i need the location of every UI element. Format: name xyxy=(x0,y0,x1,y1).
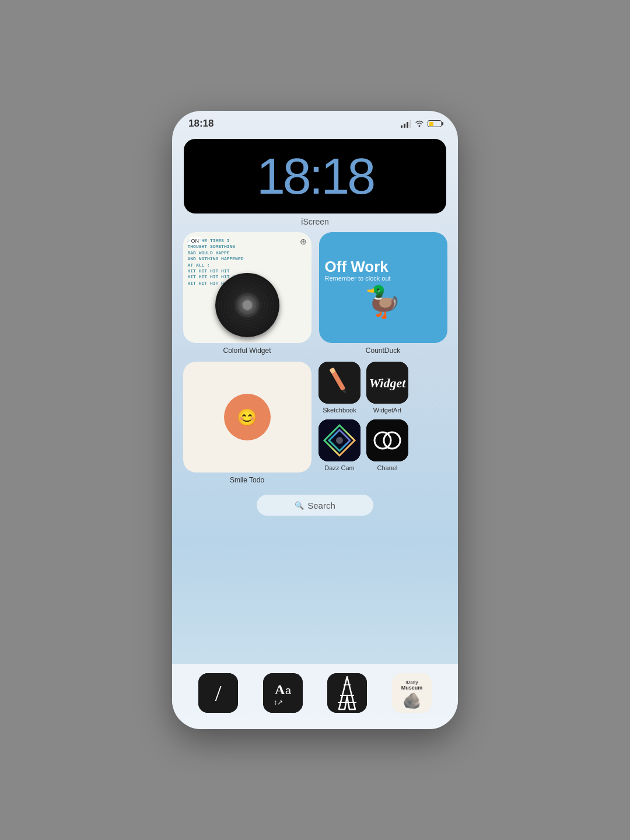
dazzcam-icon[interactable] xyxy=(318,419,360,461)
svg-text:🪨: 🪨 xyxy=(402,691,422,710)
font-app-icon: A a ↕↗ xyxy=(263,673,303,713)
dock-museum-app[interactable]: iDaily Museum 🪨 xyxy=(392,673,432,713)
chanel-icon[interactable] xyxy=(366,419,408,461)
museum-app-icon: iDaily Museum 🪨 xyxy=(392,673,432,713)
app-row-1: ALL THE TIMES ITHOUGHT SOMETHINGBAD WOUL… xyxy=(183,232,447,355)
svg-text:iDaily: iDaily xyxy=(405,680,418,685)
clock-display: 18:18 xyxy=(198,150,432,202)
app-row-2: 😊 Smile Todo xyxy=(183,362,447,484)
signal-icon xyxy=(401,120,411,128)
duck-figure: 🦆 xyxy=(364,286,402,317)
widgetart-app[interactable]: Widget WidgetArt xyxy=(366,362,408,414)
search-container: 🔍 Search xyxy=(172,484,458,516)
clock-widget[interactable]: 18:18 xyxy=(184,139,446,214)
battery-icon xyxy=(428,120,442,127)
svg-rect-8 xyxy=(366,419,408,461)
svg-point-7 xyxy=(336,437,343,444)
vinyl-record xyxy=(215,273,279,337)
svg-text:Widget: Widget xyxy=(369,376,407,390)
clock-widget-label: iScreen xyxy=(172,217,458,226)
smile-todo-app[interactable]: 😊 Smile Todo xyxy=(183,362,312,484)
sketchbook-icon[interactable] xyxy=(318,362,360,404)
smile-todo-label: Smile Todo xyxy=(230,476,264,484)
dock-eiffel-app[interactable] xyxy=(327,673,367,713)
search-bar[interactable]: 🔍 Search xyxy=(257,495,373,516)
dock-font-app[interactable]: A a ↕↗ xyxy=(263,673,303,713)
chanel-app[interactable]: Chanel xyxy=(366,419,408,471)
dazzcam-app[interactable]: Dazz Cam xyxy=(318,419,360,471)
countduck-app[interactable]: Off Work Remember to clock out 🦆 CountDu… xyxy=(318,232,447,355)
phone-frame: 18:18 18:18 iScreen xyxy=(172,111,458,729)
countduck-sub: Remember to clock out xyxy=(325,275,442,282)
countduck-label: CountDuck xyxy=(366,346,400,355)
svg-text:Museum: Museum xyxy=(401,685,422,691)
svg-text:a: a xyxy=(285,685,292,696)
dock-slash-app[interactable]: / xyxy=(198,673,238,713)
svg-text:/: / xyxy=(215,680,222,706)
sketchbook-app[interactable]: Sketchbook xyxy=(318,362,360,414)
widgetart-label: WidgetArt xyxy=(373,407,401,414)
widgetart-icon[interactable]: Widget xyxy=(366,362,408,404)
countduck-title: Off Work xyxy=(325,258,442,275)
sketchbook-label: Sketchbook xyxy=(323,407,356,414)
colorful-widget-icon[interactable]: ALL THE TIMES ITHOUGHT SOMETHINGBAD WOUL… xyxy=(183,232,312,343)
smile-todo-icon[interactable]: 😊 xyxy=(183,362,312,473)
chanel-svg xyxy=(366,419,408,461)
right-col-apps: Sketchbook Widget WidgetArt xyxy=(318,362,447,471)
dazzcam-svg xyxy=(318,419,360,461)
search-label: Search xyxy=(307,501,335,510)
status-bar: 18:18 xyxy=(172,111,458,134)
sketchbook-svg xyxy=(318,362,360,404)
star-icon: ⊕ xyxy=(300,237,307,246)
smile-face: 😊 xyxy=(224,394,271,440)
app-grid: ALL THE TIMES ITHOUGHT SOMETHINGBAD WOUL… xyxy=(172,232,458,484)
eiffel-app-icon xyxy=(327,673,367,713)
svg-text:A: A xyxy=(275,682,285,697)
colorful-widget-app[interactable]: ALL THE TIMES ITHOUGHT SOMETHINGBAD WOUL… xyxy=(183,232,312,355)
widgetart-svg: Widget xyxy=(366,362,408,404)
colorful-widget-label: Colorful Widget xyxy=(223,346,271,355)
slash-app-icon: / xyxy=(198,673,238,713)
countduck-icon[interactable]: Off Work Remember to clock out 🦆 xyxy=(319,232,447,343)
svg-text:↕↗: ↕↗ xyxy=(274,698,283,706)
status-time: 18:18 xyxy=(188,118,214,130)
chanel-label: Chanel xyxy=(377,464,398,471)
on-badge: ON xyxy=(188,237,203,245)
dock: / A a ↕↗ iDaily xyxy=(172,664,458,729)
status-icons xyxy=(401,119,442,129)
wifi-icon xyxy=(415,119,424,129)
dazzcam-label: Dazz Cam xyxy=(324,464,354,471)
search-icon: 🔍 xyxy=(295,501,304,510)
